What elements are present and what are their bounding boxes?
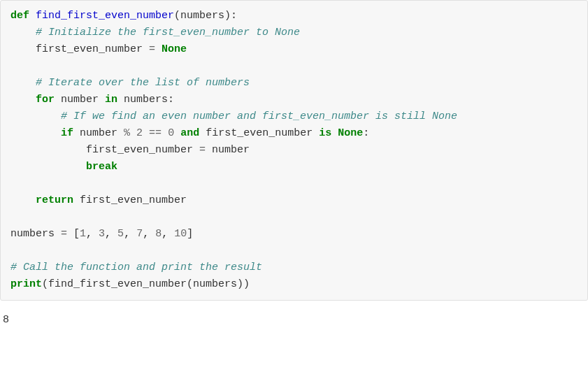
code-line-8: if number % 2 == 0 and first_even_number… — [10, 125, 578, 142]
operator-eq: == — [149, 127, 162, 139]
keyword-return: return — [36, 194, 73, 206]
paren-params: (numbers): — [174, 10, 237, 22]
code-block: def find_first_even_number(numbers): # I… — [0, 0, 588, 301]
code-line-12: return first_even_number — [10, 192, 578, 209]
keyword-def: def — [10, 10, 29, 22]
number-literal: 0 — [168, 127, 174, 139]
code-line-2: # Initialize the first_even_number to No… — [10, 24, 578, 41]
code-line-3: first_even_number = None — [10, 41, 578, 58]
comment: # Initialize the first_even_number to No… — [36, 27, 300, 38]
comment: # If we find an even number and first_ev… — [61, 110, 457, 122]
code-line-16: # Call the function and print the result — [10, 259, 578, 276]
number-literal: 3 — [99, 228, 105, 240]
operator-assign: = — [199, 144, 206, 156]
builtin-print: print — [10, 278, 42, 290]
function-name: find_first_even_number — [36, 10, 174, 22]
variable: first_even_number — [36, 43, 149, 55]
code-line-11 — [10, 176, 578, 192]
comment: # Call the function and print the result — [10, 262, 262, 273]
code-line-1: def find_first_even_number(numbers): — [10, 8, 578, 24]
keyword-break: break — [86, 161, 117, 173]
number-literal: 2 — [136, 127, 143, 139]
keyword-for: for — [36, 94, 55, 106]
keyword-is: is — [319, 127, 331, 139]
number-literal: 10 — [174, 228, 187, 240]
keyword-in: in — [105, 94, 117, 106]
number-literal: 5 — [117, 228, 124, 240]
output-block: 8 — [0, 306, 588, 331]
none-literal: None — [338, 127, 363, 139]
number-literal: 1 — [80, 228, 86, 240]
code-line-15 — [10, 243, 578, 259]
number-literal: 7 — [136, 228, 143, 240]
keyword-and: and — [180, 127, 199, 139]
operator-assign: = — [149, 43, 155, 55]
code-line-14: numbers = [1, 3, 5, 7, 8, 10] — [10, 226, 578, 243]
comment: # Iterate over the list of numbers — [36, 77, 250, 89]
code-line-6: for number in numbers: — [10, 92, 578, 108]
operator-assign: = — [61, 228, 67, 240]
none-literal: None — [162, 43, 187, 55]
code-line-10: break — [10, 159, 578, 176]
operator-mod: % — [124, 127, 130, 139]
number-literal: 8 — [155, 228, 162, 240]
code-line-9: first_even_number = number — [10, 142, 578, 159]
code-line-17: print(find_first_even_number(numbers)) — [10, 276, 578, 293]
keyword-if: if — [61, 127, 73, 139]
code-line-4 — [10, 58, 578, 75]
code-line-5: # Iterate over the list of numbers — [10, 75, 578, 92]
code-line-7: # If we find an even number and first_ev… — [10, 108, 578, 125]
output-text: 8 — [3, 314, 9, 326]
code-line-13 — [10, 209, 578, 226]
